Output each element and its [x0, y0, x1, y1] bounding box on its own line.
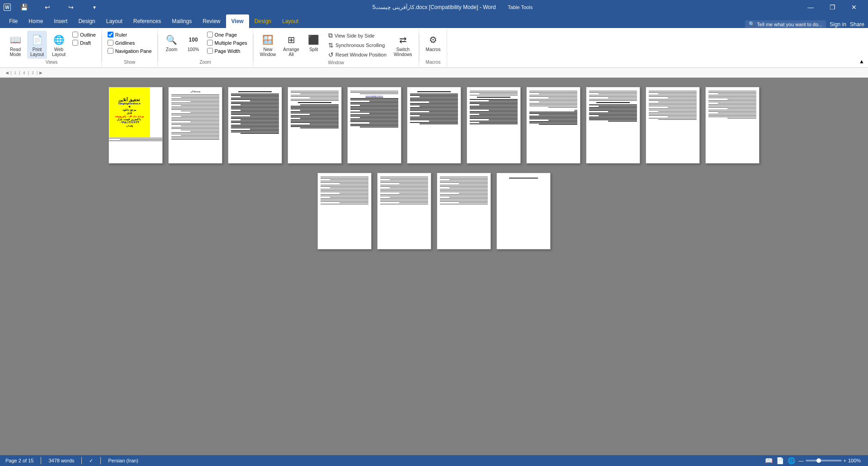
tab-review[interactable]: Review: [197, 14, 226, 28]
print-layout-btn[interactable]: 📄 PrintLayout: [27, 31, 47, 59]
zoom-100-icon: 100: [186, 33, 201, 47]
minimize-btn[interactable]: —: [800, 0, 821, 14]
restore-btn[interactable]: ❐: [822, 0, 843, 14]
ruler-check[interactable]: Ruler: [106, 31, 154, 38]
page-9-content: [586, 87, 640, 163]
tab-file[interactable]: File: [4, 14, 23, 28]
status-sep1: [41, 457, 41, 464]
view-side-by-side-btn[interactable]: ⧉ View Side by Side: [326, 31, 389, 40]
reset-window-icon: ↺: [328, 51, 334, 58]
page-8-thumb[interactable]: پیوند: [526, 87, 580, 164]
outline-check[interactable]: Outline: [71, 31, 98, 38]
page-12-thumb[interactable]: [317, 173, 372, 249]
split-btn[interactable]: ⬛ Split: [304, 31, 324, 54]
page-indicator[interactable]: Page 2 of 15: [5, 458, 33, 463]
document-area[interactable]: تحقیق آنلاین Tahghighonline.ir ◄ مرجع دا…: [0, 78, 868, 455]
page-7-thumb[interactable]: [467, 87, 521, 164]
tab-references[interactable]: References: [128, 14, 166, 28]
reset-window-position-btn[interactable]: ↺ Reset Window Position: [326, 50, 389, 59]
page-10-thumb[interactable]: [646, 87, 700, 164]
tab-layout[interactable]: Layout: [101, 14, 128, 28]
tab-mailings[interactable]: Mailings: [166, 14, 197, 28]
page-3-thumb[interactable]: [228, 87, 282, 164]
tab-design[interactable]: Design: [73, 14, 100, 28]
print-layout-icon: 📄: [30, 33, 44, 47]
page-14-thumb[interactable]: [437, 173, 491, 249]
arrange-all-icon: ⊞: [284, 33, 298, 47]
page-15-thumb[interactable]: [496, 173, 551, 249]
print-view-icon[interactable]: 📄: [776, 457, 784, 464]
zoom-100-btn[interactable]: 100 100%: [184, 31, 203, 54]
zoom-group-content: 🔍 Zoom 100 100% One Page Multiple Pages …: [162, 31, 249, 59]
page-2-content: بسمه‌تعالی: [169, 87, 222, 163]
zoom-thumb: [816, 458, 821, 463]
redo-btn[interactable]: ↪: [61, 0, 81, 14]
arrange-all-btn[interactable]: ⊞ ArrangeAll: [280, 31, 302, 59]
switch-windows-btn[interactable]: ⇄ SwitchWindows: [391, 31, 415, 59]
multiple-pages-check[interactable]: Multiple Pages: [205, 39, 249, 47]
zoom-in-btn[interactable]: +: [844, 458, 846, 463]
macros-btn[interactable]: ⚙ Macros: [423, 31, 443, 54]
read-mode-btn[interactable]: 📖 ReadMode: [5, 31, 25, 59]
web-layout-icon: 🌐: [52, 33, 66, 47]
web-view-icon[interactable]: 🌐: [788, 457, 795, 464]
show-label: Show: [124, 59, 135, 65]
close-btn[interactable]: ✕: [844, 0, 864, 14]
page-4-thumb[interactable]: [288, 87, 342, 164]
sync-scroll-icon: ⇅: [328, 42, 334, 49]
page-1-thumb[interactable]: تحقیق آنلاین Tahghighonline.ir ◄ مرجع دا…: [108, 87, 163, 164]
tab-home[interactable]: Home: [23, 14, 48, 28]
views-label: Views: [46, 59, 58, 65]
views-group: 📖 ReadMode 📄 PrintLayout 🌐 WebLayout Out…: [2, 29, 102, 66]
split-icon: ⬛: [307, 33, 321, 47]
pages-row-1: تحقیق آنلاین Tahghighonline.ir ◄ مرجع دا…: [108, 87, 760, 164]
views-col2: Outline Draft: [71, 31, 98, 47]
one-page-check[interactable]: One Page: [205, 31, 249, 38]
zoom-out-btn[interactable]: —: [799, 458, 804, 463]
page-11-content: [706, 87, 759, 163]
tell-me-input[interactable]: 🔍 Tell me what you want to do...: [745, 20, 826, 28]
zoom-slider[interactable]: [806, 460, 842, 461]
tab-insert[interactable]: Insert: [48, 14, 73, 28]
read-view-icon[interactable]: 📖: [765, 457, 773, 464]
synchronous-scrolling-btn[interactable]: ⇅ Synchronous Scrolling: [326, 41, 389, 50]
page-8-content: پیوند: [527, 87, 580, 163]
macros-group: ⚙ Macros Macros: [420, 29, 448, 66]
page-width-check[interactable]: Page Width: [205, 47, 249, 55]
sign-in-btn[interactable]: Sign in: [830, 21, 846, 28]
views-group-content: 📖 ReadMode 📄 PrintLayout 🌐 WebLayout Out…: [5, 31, 98, 59]
language-indicator[interactable]: Persian (Iran): [108, 458, 138, 463]
tab-layout2[interactable]: Layout: [277, 14, 304, 28]
navpane-check[interactable]: Navigation Pane: [106, 47, 154, 55]
word-count[interactable]: 3478 words: [48, 458, 74, 463]
zoom-level[interactable]: 100%: [848, 458, 863, 463]
spelling-icon[interactable]: ✓: [89, 458, 93, 464]
draft-check[interactable]: Draft: [71, 39, 98, 47]
status-bar: Page 2 of 15 3478 words ✓ Persian (Iran)…: [0, 455, 868, 466]
web-layout-btn[interactable]: 🌐 WebLayout: [49, 31, 69, 59]
page-2-thumb[interactable]: بسمه‌تعالی: [168, 87, 222, 164]
title-bar-controls: — ❐ ✕: [800, 0, 864, 14]
page-13-thumb[interactable]: [377, 173, 431, 249]
zoom-label: Zoom: [199, 59, 211, 65]
page-9-thumb[interactable]: [586, 87, 640, 164]
macros-label: Macros: [426, 59, 441, 65]
new-window-btn[interactable]: 🪟 NewWindow: [257, 31, 279, 59]
gridlines-check[interactable]: Gridlines: [106, 39, 154, 47]
horizontal-ruler: ◀ |1 |4 |2 | ▶: [0, 68, 868, 78]
tab-view[interactable]: View: [226, 14, 249, 28]
undo-btn[interactable]: ↩: [37, 0, 58, 14]
zoom-btn[interactable]: 🔍 Zoom: [162, 31, 182, 54]
view-side-by-side-icon: ⧉: [328, 32, 333, 39]
customize-qat-btn[interactable]: ▼: [84, 0, 105, 14]
page-11-thumb[interactable]: [705, 87, 760, 164]
status-sep3: [100, 457, 101, 464]
page-5-thumb[interactable]: www.tahghighonline.ir: [347, 87, 401, 164]
quick-save-btn[interactable]: 💾: [14, 0, 34, 14]
tab-design2[interactable]: Design: [249, 14, 277, 28]
share-btn[interactable]: Share: [850, 21, 864, 28]
page-6-thumb[interactable]: [407, 87, 461, 164]
ribbon-expand[interactable]: ▲: [857, 29, 866, 66]
page-5-content: www.tahghighonline.ir: [348, 87, 401, 163]
page-10-content: [646, 87, 699, 163]
